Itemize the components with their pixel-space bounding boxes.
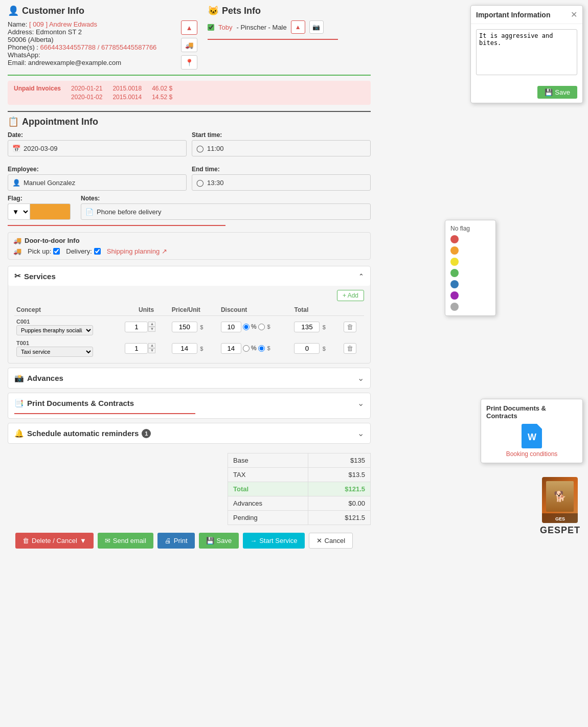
flag-purple-option[interactable] — [448, 290, 492, 301]
row1-dollar-radio[interactable] — [258, 324, 265, 330]
row1-concept-select[interactable]: Puppies theraphy socialization — [16, 325, 93, 335]
pet-camera-button[interactable]: 📷 — [309, 20, 324, 34]
flag-select[interactable]: ▼ — [8, 203, 30, 220]
booking-conditions-item[interactable]: W Booking conditions — [486, 424, 577, 458]
truck-icon: 🚚 — [13, 237, 21, 244]
col-total: Total — [292, 304, 341, 316]
notes-input[interactable]: 📄 Phone before delivery — [81, 203, 371, 220]
services-title: ✂ Services — [14, 271, 56, 281]
row2-delete-button[interactable]: 🗑 — [344, 343, 356, 354]
flag-purple-dot — [450, 291, 459, 300]
advances-title: 📸 Advances — [14, 374, 63, 383]
pet-checkbox[interactable] — [208, 24, 214, 31]
pet-details: - Pinscher - Male — [236, 24, 286, 31]
customer-warning-button[interactable]: ▲ — [181, 20, 197, 35]
col-actions — [342, 304, 364, 316]
row2-dollar-label: $ — [267, 345, 270, 351]
row1-dollar-label: $ — [267, 324, 270, 330]
door-to-door-section: 🚚 Door-to-door Info 🚚 Pick up: Delivery:… — [8, 232, 371, 260]
cancel-icon: ✕ — [316, 537, 322, 544]
col-discount: Discount — [219, 304, 292, 316]
row2-discount-input[interactable] — [221, 343, 241, 354]
advances-header[interactable]: 📸 Advances ⌄ — [8, 368, 370, 388]
flag-orange-option[interactable] — [448, 245, 492, 256]
row2-concept-select[interactable]: Taxi service — [16, 347, 93, 357]
important-info-textarea[interactable]: It is aggressive and bites. — [476, 29, 577, 75]
pickup-checkbox[interactable] — [53, 248, 60, 255]
row1-units-spinner[interactable]: ▲ ▼ — [148, 322, 155, 332]
gespet-image: GES 🐕 — [542, 477, 578, 523]
customer-truck-button[interactable]: 🚚 — [181, 38, 197, 52]
customer-icon: 👤 — [8, 5, 19, 16]
send-email-button[interactable]: ✉ Send email — [98, 533, 153, 549]
flag-gray-option[interactable] — [448, 301, 492, 312]
flag-blue-dot — [450, 280, 459, 288]
row2-price-input[interactable] — [172, 343, 197, 354]
base-label: Base — [228, 453, 308, 468]
total-row: Total $121.5 — [228, 482, 371, 496]
row1-delete-button[interactable]: 🗑 — [344, 322, 356, 332]
reminders-header[interactable]: 🔔 Schedule automatic reminders 1 ⌄ — [8, 423, 370, 443]
row1-percent-radio[interactable] — [243, 324, 250, 330]
delivery-label[interactable]: Delivery: — [66, 247, 101, 255]
customer-email: Email: andrewexample@example.com — [8, 59, 171, 66]
employee-label: Employee: — [8, 166, 187, 173]
shipping-planning-link[interactable]: Shipping planning ↗ — [107, 247, 167, 255]
gespet-logo: GES 🐕 GESPET — [540, 477, 580, 536]
date-input[interactable]: 📅 2020-03-09 — [8, 140, 187, 156]
popup-save-button[interactable]: 💾 Save — [537, 86, 577, 99]
appointment-icon: 📋 — [8, 116, 19, 127]
delete-cancel-button[interactable]: 🗑 Delete / Cancel ▼ — [15, 533, 94, 549]
popup-close-button[interactable]: ✕ — [571, 10, 577, 19]
row1-units-input[interactable] — [125, 322, 148, 332]
advances-value: $0.00 — [308, 496, 370, 511]
print-docs-header[interactable]: 📑 Print Documents & Contracts ⌄ — [8, 393, 370, 413]
popup-footer: 💾 Save — [471, 82, 582, 103]
services-body: + Add Concept Units Price/Unit Discount … — [8, 286, 370, 363]
flag-blue-option[interactable] — [448, 279, 492, 290]
employee-group: Employee: 👤 Manuel Gonzalez — [8, 166, 187, 191]
services-header[interactable]: ✂ Services ⌃ — [8, 266, 370, 286]
start-time-input[interactable]: ◯ 11:00 — [192, 140, 371, 156]
start-service-button[interactable]: → Start Service — [243, 533, 304, 549]
base-value: $135 — [308, 453, 370, 468]
row2-percent-radio[interactable] — [243, 345, 250, 352]
save-button[interactable]: 💾 Save — [199, 533, 239, 549]
bell-icon: 🔔 — [14, 429, 24, 438]
add-service-button[interactable]: + Add — [337, 290, 364, 301]
cancel-button[interactable]: ✕ Cancel — [309, 533, 353, 549]
services-section: ✂ Services ⌃ + Add Concept Units Price/U… — [8, 266, 371, 364]
door-row: 🚚 Pick up: Delivery: Shipping planning ↗ — [13, 247, 365, 255]
row2-units-spinner[interactable]: ▲ ▼ — [148, 343, 155, 353]
row1-discount-input[interactable] — [221, 322, 241, 332]
reminders-chevron: ⌄ — [357, 428, 364, 438]
row2-total-input[interactable] — [294, 343, 320, 354]
tax-row: TAX $13.5 — [228, 468, 371, 482]
flag-yellow-option[interactable] — [448, 256, 492, 267]
clock-icon: ◯ — [196, 145, 204, 152]
row1-price-input[interactable] — [172, 322, 197, 332]
customer-name: Name: [ 009 ] Andrew Edwads — [8, 20, 171, 28]
row1-total-input[interactable] — [294, 322, 320, 332]
print-button[interactable]: 🖨 Print — [157, 533, 195, 549]
pickup-label[interactable]: Pick up: — [28, 247, 60, 255]
tax-label: TAX — [228, 468, 308, 482]
row2-units-input[interactable] — [125, 343, 148, 354]
col-price: Price/Unit — [170, 304, 219, 316]
customer-location-button[interactable]: 📍 — [181, 55, 197, 70]
save-icon: 💾 — [206, 537, 214, 544]
flag-green-option[interactable] — [448, 267, 492, 279]
delivery-checkbox[interactable] — [94, 248, 101, 255]
row2-dollar-radio[interactable] — [258, 345, 265, 352]
pet-warning-button[interactable]: ▲ — [291, 20, 305, 34]
end-time-input[interactable]: ◯ 13:30 — [192, 174, 371, 191]
flag-red-option[interactable] — [448, 234, 492, 245]
employee-icon: 👤 — [12, 179, 20, 187]
table-row: T001 Taxi service ▲ — [14, 337, 364, 359]
print-docs-popup: Print Documents & Contracts W Booking co… — [481, 399, 583, 463]
appointment-section-title: 📋 Appointment Info — [8, 116, 371, 127]
flag-green-dot — [450, 269, 459, 277]
print-docs-chevron: ⌄ — [357, 398, 364, 408]
employee-input[interactable]: 👤 Manuel Gonzalez — [8, 174, 187, 191]
no-flag-option[interactable]: No flag — [448, 223, 492, 234]
